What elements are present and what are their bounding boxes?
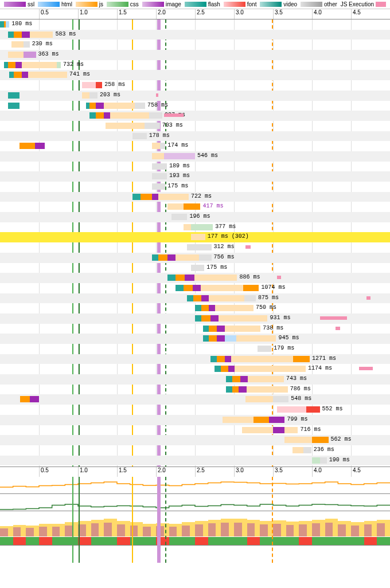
legend-flash: flash: [185, 1, 220, 7]
axis-tick: 3.0: [234, 467, 244, 477]
waterfall-row: 732 ms: [0, 60, 390, 70]
axis-tick: 0.5: [39, 467, 49, 477]
waterfall-row: 886 ms: [0, 273, 390, 283]
duration-label: 193 ms: [169, 173, 190, 179]
waterfall-row: 1174 ms: [0, 364, 390, 374]
duration-label: 886 ms: [239, 274, 260, 280]
waterfall-row: 741 ms: [0, 70, 390, 80]
duration-label: 236 ms: [314, 446, 334, 453]
duration-label: 312 ms: [214, 244, 235, 250]
duration-label: 377 ms: [215, 224, 236, 230]
duration-label: 174 ms: [167, 142, 188, 148]
legend-image: image: [142, 1, 181, 7]
axis-tick: 2.0: [156, 9, 166, 19]
waterfall-row: 190 ms: [0, 456, 390, 466]
waterfall-row: 363 ms: [0, 50, 390, 60]
axis-tick: 1.0: [78, 9, 88, 19]
waterfall-row: 193 ms: [0, 171, 390, 182]
duration-label: 732 ms: [63, 61, 84, 68]
axis-tick: 3.5: [273, 9, 283, 19]
waterfall-row: 258 ms: [0, 80, 390, 91]
waterfall-row: 945 ms: [0, 334, 390, 344]
axis-tick: 0.5: [39, 9, 49, 19]
waterfall-row: 931 ms: [0, 313, 390, 324]
legend-jsex: JS Execution: [341, 1, 386, 7]
waterfall-row: 175 ms: [0, 263, 390, 273]
axis-tick: 3.5: [273, 467, 283, 477]
waterfall-row: 175 ms: [0, 182, 390, 192]
duration-label: 189 ms: [169, 163, 190, 169]
legend-other: other: [301, 1, 337, 7]
duration-label: 203 ms: [100, 92, 120, 98]
duration-label: 945 ms: [278, 335, 299, 341]
waterfall-row: 799 ms: [0, 415, 390, 425]
axis-tick: 1.5: [117, 467, 127, 477]
legend-font: font: [224, 1, 257, 7]
waterfall-row: 552 ms: [0, 405, 390, 415]
waterfall-row: 230 ms: [0, 40, 390, 50]
duration-label: 552 ms: [322, 406, 343, 412]
duration-label: 363 ms: [38, 51, 59, 57]
duration-label: 931 ms: [270, 315, 290, 321]
axis-tick: 4.0: [312, 9, 322, 19]
waterfall-row: 312 ms: [0, 242, 390, 253]
time-axis-bottom: 0.51.01.52.02.53.03.54.04.5: [0, 467, 390, 477]
duration-label: 743 ms: [286, 375, 307, 382]
duration-label: 180 ms: [11, 21, 32, 27]
legend-js: js: [76, 1, 103, 7]
legend-ssl: ssl: [4, 1, 34, 7]
waterfall-row: 417 ms: [0, 202, 390, 212]
waterfall-chart: 180 ms583 ms230 ms363 ms732 ms741 ms258 …: [0, 19, 390, 467]
duration-label: 196 ms: [189, 213, 210, 219]
duration-label: 583 ms: [55, 31, 76, 37]
waterfall-row: 1074 ms: [0, 283, 390, 293]
axis-tick: 2.5: [195, 467, 205, 477]
waterfall-row: 179 ms: [0, 344, 390, 354]
duration-label: 703 ms: [162, 122, 183, 128]
waterfall-row: 236 ms: [0, 445, 390, 456]
waterfall-row: 174 ms: [0, 141, 390, 151]
axis-tick: 4.0: [312, 467, 322, 477]
waterfall-row: 750 ms: [0, 303, 390, 313]
duration-label: 562 ms: [331, 436, 352, 442]
legend: sslhtmljscssimageflashfontvideootherJS E…: [0, 0, 390, 9]
waterfall-row: 203 ms: [0, 91, 390, 101]
waterfall-row: 548 ms: [0, 394, 390, 405]
axis-tick: 1.0: [78, 467, 88, 477]
duration-label: 546 ms: [197, 152, 218, 159]
waterfall-row: 716 ms: [0, 425, 390, 436]
waterfall-row: 196 ms: [0, 212, 390, 222]
duration-label: 722 ms: [191, 193, 212, 199]
axis-tick: 4.5: [351, 467, 361, 477]
waterfall-row: 738 ms: [0, 324, 390, 334]
axis-tick: 1.5: [117, 9, 127, 19]
waterfall-row: 722 ms: [0, 192, 390, 202]
axis-tick: 2.5: [195, 9, 205, 19]
waterfall-row: 583 ms: [0, 30, 390, 40]
waterfall-row: 743 ms: [0, 374, 390, 385]
waterfall-row: 758 ms: [0, 101, 390, 111]
axis-tick: 2.0: [156, 467, 166, 477]
duration-label: 786 ms: [290, 386, 311, 392]
duration-label: 1174 ms: [308, 365, 332, 371]
waterfall-row: 178 ms: [0, 131, 390, 142]
duration-label: 178 ms: [149, 132, 170, 139]
waterfall-row: 180 ms: [0, 19, 390, 30]
time-axis-top: 0.51.01.52.02.53.03.54.04.5: [0, 9, 390, 19]
axis-tick: 3.0: [234, 9, 244, 19]
duration-label: 1271 ms: [312, 355, 336, 362]
legend-video: video: [260, 1, 297, 7]
duration-label: 738 ms: [263, 325, 283, 331]
duration-label: 716 ms: [301, 426, 321, 433]
duration-label: 230 ms: [32, 41, 53, 47]
waterfall-row: 703 ms: [0, 121, 390, 131]
duration-label: 799 ms: [287, 416, 307, 422]
duration-label: 548 ms: [291, 395, 311, 402]
waterfall-row: 562 ms: [0, 435, 390, 445]
waterfall-row: 756 ms: [0, 253, 390, 263]
duration-label: 750 ms: [256, 304, 276, 311]
waterfall-row: 875 ms: [0, 293, 390, 304]
waterfall-row: 786 ms: [0, 385, 390, 395]
duration-label: 258 ms: [104, 81, 125, 88]
utilization-panel: [0, 477, 390, 563]
